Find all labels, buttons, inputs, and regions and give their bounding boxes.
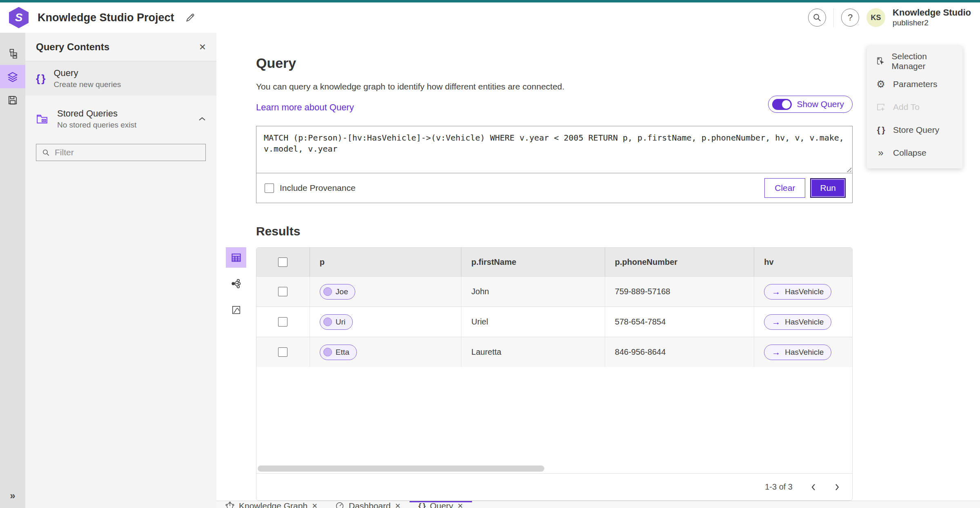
avatar[interactable]: KS <box>866 8 885 27</box>
row-checkbox[interactable] <box>278 287 287 296</box>
row-checkbox[interactable] <box>278 317 287 327</box>
menu-item-label: Store Query <box>893 125 939 135</box>
entity-pill[interactable]: Joe <box>320 284 356 300</box>
bottom-tab-bar: Knowledge Graph × Dashboard × { } Query … <box>216 501 980 508</box>
table-empty-area <box>256 367 852 463</box>
filter-input[interactable] <box>55 148 200 157</box>
column-header-phonenumber[interactable]: p.phoneNumber <box>605 248 755 276</box>
select-all-checkbox[interactable] <box>278 257 287 267</box>
cell-firstname: Lauretta <box>461 337 605 367</box>
view-mode-switcher <box>226 247 256 501</box>
search-button[interactable] <box>808 9 826 27</box>
panel-item-stored-queries[interactable]: Stored Queries No stored queries exist <box>25 101 216 137</box>
query-item-subtitle: Create new queries <box>53 80 206 89</box>
row-checkbox[interactable] <box>278 347 287 357</box>
cell-phonenumber: 759-889-57168 <box>605 277 755 307</box>
close-tab-button[interactable]: × <box>458 501 463 508</box>
selection-manager-icon <box>875 56 885 66</box>
entity-label: Joe <box>336 287 348 296</box>
search-icon <box>813 13 822 22</box>
filter-box <box>36 144 206 161</box>
pagination-bar: 1-3 of 3 <box>256 473 852 500</box>
next-page-button[interactable] <box>834 483 840 491</box>
table-row: Joe John 759-889-57168 → HasVehicle <box>256 276 852 307</box>
relationship-pill[interactable]: → HasVehicle <box>764 284 831 300</box>
include-provenance-checkbox[interactable] <box>265 184 274 193</box>
entity-pill[interactable]: Etta <box>320 345 357 360</box>
column-header-p[interactable]: p <box>310 248 461 276</box>
braces-icon: { } <box>36 72 45 85</box>
menu-item-selection-manager[interactable]: Selection Manager <box>867 50 962 73</box>
run-button[interactable]: Run <box>810 178 846 198</box>
stored-queries-title: Stored Queries <box>57 108 189 119</box>
tab-query[interactable]: { } Query × <box>410 501 472 508</box>
chart-view-button[interactable] <box>226 300 246 320</box>
tab-knowledge-graph[interactable]: Knowledge Graph × <box>216 501 326 508</box>
cell-phonenumber: 578-654-7854 <box>605 307 755 337</box>
page-description: You can query a knowledge graph to ident… <box>256 82 564 92</box>
menu-item-collapse[interactable]: » Collapse <box>867 141 962 164</box>
graph-view-button[interactable] <box>226 273 246 294</box>
dashboard-icon <box>335 501 344 508</box>
query-actions-menu: Selection Manager ⚙ Parameters Add To { … <box>867 46 962 168</box>
show-query-toggle[interactable]: Show Query <box>768 96 853 113</box>
menu-item-parameters[interactable]: ⚙ Parameters <box>867 73 962 96</box>
chevron-left-icon <box>811 483 816 491</box>
expand-rail-button[interactable]: » <box>10 490 15 501</box>
rail-item-hierarchy[interactable] <box>0 42 25 65</box>
menu-item-store-query[interactable]: { } Store Query <box>867 119 962 141</box>
results-title: Results <box>256 224 980 238</box>
column-header-firstname[interactable]: p.firstName <box>461 248 605 276</box>
menu-item-label: Add To <box>893 102 920 112</box>
horizontal-scrollbar <box>256 463 852 473</box>
cell-firstname: Uriel <box>461 307 605 337</box>
entity-label: Etta <box>336 348 350 357</box>
show-query-label: Show Query <box>797 99 844 109</box>
query-input[interactable]: MATCH (p:Person)-[hv:HasVehicle]->(v:Veh… <box>264 132 845 165</box>
clear-button[interactable]: Clear <box>764 178 805 198</box>
chevron-right-icon <box>834 483 840 491</box>
braces-icon: { } <box>419 501 425 508</box>
entity-node-icon <box>323 287 332 296</box>
resize-handle[interactable] <box>846 166 851 172</box>
relationship-pill[interactable]: → HasVehicle <box>764 314 831 330</box>
tab-label: Dashboard <box>349 501 391 508</box>
app-logo-icon: S <box>9 7 29 28</box>
scrollbar-thumb[interactable] <box>258 465 544 472</box>
knowledge-graph-icon <box>225 501 234 508</box>
close-tab-button[interactable]: × <box>395 501 401 508</box>
entity-pill[interactable]: Uri <box>320 314 353 330</box>
tab-label: Query <box>430 501 453 508</box>
learn-more-link[interactable]: Learn more about Query <box>256 102 354 113</box>
pagination-range: 1-3 of 3 <box>765 482 793 492</box>
previous-page-button[interactable] <box>811 483 816 491</box>
rail-item-layers[interactable] <box>0 65 25 88</box>
filter-search-icon <box>42 149 50 157</box>
relationship-pill[interactable]: → HasVehicle <box>764 345 831 360</box>
panel-item-query[interactable]: { } Query Create new queries <box>25 61 216 96</box>
cell-firstname: John <box>461 277 605 307</box>
relationship-label: HasVehicle <box>785 318 824 327</box>
collapse-section-button[interactable] <box>198 116 206 121</box>
project-title: Knowledge Studio Project <box>38 11 174 24</box>
graph-icon <box>231 278 241 289</box>
tab-dashboard[interactable]: Dashboard × <box>326 501 410 508</box>
app-window: S Knowledge Studio Project ? <box>0 0 980 508</box>
close-tab-button[interactable]: × <box>312 501 317 508</box>
edit-title-button[interactable] <box>185 12 196 23</box>
table-icon <box>231 252 242 263</box>
layers-icon <box>7 71 18 83</box>
results-table: p p.firstName p.phoneNumber hv Joe <box>256 247 853 501</box>
column-header-hv[interactable]: hv <box>754 248 852 276</box>
panel-close-button[interactable]: × <box>199 41 206 53</box>
table-view-button[interactable] <box>226 247 246 268</box>
menu-item-add-to: Add To <box>867 96 962 119</box>
panel-title: Query Contents <box>36 41 109 53</box>
hierarchy-icon <box>7 48 18 59</box>
query-editor-card: MATCH (p:Person)-[hv:HasVehicle]->(v:Veh… <box>256 126 853 203</box>
chevrons-right-icon: » <box>875 147 886 159</box>
help-button[interactable]: ? <box>841 9 859 27</box>
top-bar: S Knowledge Studio Project ? <box>0 0 980 33</box>
entity-node-icon <box>323 318 332 326</box>
rail-item-save[interactable] <box>0 88 25 112</box>
